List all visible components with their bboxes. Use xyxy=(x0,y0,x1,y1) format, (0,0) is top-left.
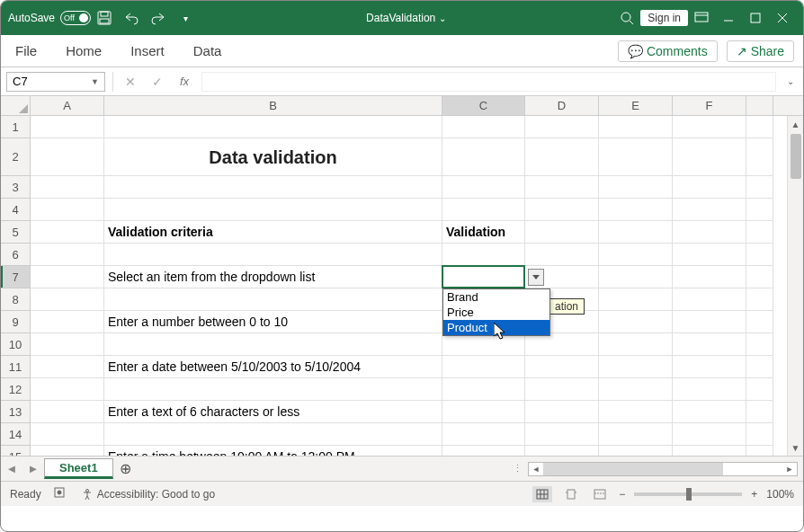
cell-B5[interactable]: Validation criteria xyxy=(104,221,442,244)
view-pagelayout-icon[interactable] xyxy=(561,486,581,502)
svg-point-13 xyxy=(85,489,88,492)
qatoolbar-dropdown-icon[interactable]: ▾ xyxy=(172,4,199,31)
filename[interactable]: DataValidation ⌄ xyxy=(366,12,446,24)
undo-icon[interactable] xyxy=(118,4,145,31)
formula-input[interactable] xyxy=(201,72,776,92)
col-header-B[interactable]: B xyxy=(104,96,442,115)
row-header-9[interactable]: 9 xyxy=(1,311,31,333)
cancel-formula-icon[interactable]: ✕ xyxy=(121,75,140,89)
cell-B7[interactable]: Select an item from the dropdown list xyxy=(104,266,442,288)
zoom-handle[interactable] xyxy=(686,488,692,501)
cell-B2[interactable]: Data validation xyxy=(104,138,442,176)
scroll-up-icon[interactable]: ▲ xyxy=(788,116,803,132)
menu-data[interactable]: Data xyxy=(188,40,228,62)
minimize-button[interactable] xyxy=(715,4,742,31)
svg-rect-8 xyxy=(751,13,760,22)
share-button[interactable]: ↗ Share xyxy=(727,40,794,62)
autosave-toggle[interactable]: Off xyxy=(60,11,91,25)
fx-icon[interactable]: fx xyxy=(174,75,194,88)
zoom-in-button[interactable]: + xyxy=(751,488,757,501)
svg-point-3 xyxy=(621,13,630,22)
col-header-C[interactable]: C xyxy=(442,96,525,115)
tab-split-handle[interactable]: ⋮ xyxy=(507,463,528,474)
cell-B13[interactable]: Enter a text of 6 characters or less xyxy=(104,401,442,423)
col-header-D[interactable]: D xyxy=(525,96,599,115)
title-bar: AutoSave Off ▾ DataValidation ⌄ Sign in xyxy=(1,1,803,35)
sheet-tab-sheet1[interactable]: Sheet1 xyxy=(44,458,113,479)
view-pagebreak-icon[interactable] xyxy=(590,486,610,502)
cell-C5[interactable]: Validation xyxy=(442,221,525,244)
dropdown-option-product[interactable]: Product xyxy=(443,320,549,335)
hscroll-right-icon[interactable]: ► xyxy=(782,465,797,474)
status-bar: Ready Accessibility: Good to go − + 100% xyxy=(1,481,803,506)
menu-file[interactable]: File xyxy=(10,40,42,62)
row-header-4[interactable]: 4 xyxy=(1,199,31,221)
col-header-blank[interactable] xyxy=(746,96,773,115)
enter-formula-icon[interactable]: ✓ xyxy=(147,75,167,89)
dropdown-option-price[interactable]: Price xyxy=(443,305,549,320)
view-normal-icon[interactable] xyxy=(532,486,552,502)
row-header-2[interactable]: 2 xyxy=(1,138,31,176)
select-all-corner[interactable] xyxy=(1,96,31,115)
formula-expand-icon[interactable]: ⌄ xyxy=(783,76,798,86)
cell-B15[interactable]: Enter a time between 10:00 AM to 12:00 P… xyxy=(104,446,442,456)
scroll-down-icon[interactable]: ▼ xyxy=(788,439,803,456)
accessibility-status[interactable]: Accessibility: Good to go xyxy=(81,488,215,501)
close-button[interactable] xyxy=(769,4,796,31)
autosave-label: AutoSave xyxy=(8,12,55,24)
row-header-11[interactable]: 11 xyxy=(1,356,31,378)
search-icon[interactable] xyxy=(613,4,640,31)
comments-button[interactable]: 💬 Comments xyxy=(618,40,718,62)
row-header-13[interactable]: 13 xyxy=(1,401,31,423)
formula-bar: C7 ▼ ✕ ✓ fx ⌄ xyxy=(1,67,803,96)
tab-nav-next-icon[interactable]: ► xyxy=(22,462,44,475)
sheet-tab-bar: ◄ ► Sheet1 ⊕ ⋮ ◄ ► xyxy=(1,456,803,481)
svg-point-12 xyxy=(58,491,61,494)
zoom-level[interactable]: 100% xyxy=(766,488,794,501)
row-header-8[interactable]: 8 xyxy=(1,288,31,311)
horizontal-scrollbar[interactable]: ◄ ► xyxy=(528,462,798,476)
chevron-down-icon: ⌄ xyxy=(439,13,446,23)
redo-icon[interactable] xyxy=(145,4,172,31)
row-header-7[interactable]: 7 xyxy=(1,266,31,288)
row-header-3[interactable]: 3 xyxy=(1,176,31,199)
zoom-out-button[interactable]: − xyxy=(619,488,625,501)
cell-B11[interactable]: Enter a date between 5/10/2003 to 5/10/2… xyxy=(104,356,442,378)
zoom-slider[interactable] xyxy=(634,492,742,496)
validation-tooltip: ation xyxy=(549,298,585,315)
hscroll-left-icon[interactable]: ◄ xyxy=(529,465,543,474)
hscroll-track[interactable] xyxy=(543,463,782,475)
row-header-1[interactable]: 1 xyxy=(1,116,31,138)
row-header-12[interactable]: 12 xyxy=(1,378,31,401)
namebox-dropdown-icon[interactable]: ▼ xyxy=(91,77,99,86)
menu-home[interactable]: Home xyxy=(60,40,107,62)
row-header-14[interactable]: 14 xyxy=(1,423,31,446)
maximize-button[interactable] xyxy=(742,4,769,31)
ribbon-options-icon[interactable] xyxy=(688,4,715,31)
rows: 1 2Data validation 3 4 5Validation crite… xyxy=(1,116,803,456)
signin-button[interactable]: Sign in xyxy=(640,10,688,26)
save-icon[interactable] xyxy=(91,4,118,31)
cell-dropdown-button[interactable] xyxy=(528,269,544,286)
cell-C7[interactable] xyxy=(442,266,525,288)
dropdown-option-brand[interactable]: Brand xyxy=(443,289,549,305)
macro-record-icon[interactable] xyxy=(54,486,68,501)
name-box[interactable]: C7 ▼ xyxy=(6,72,105,92)
autosave-control[interactable]: AutoSave Off xyxy=(8,11,91,25)
row-header-5[interactable]: 5 xyxy=(1,221,31,244)
add-sheet-button[interactable]: ⊕ xyxy=(113,460,138,477)
col-header-A[interactable]: A xyxy=(31,96,104,115)
row-header-6[interactable]: 6 xyxy=(1,244,31,266)
col-header-E[interactable]: E xyxy=(599,96,673,115)
row-header-15[interactable]: 15 xyxy=(1,446,31,456)
svg-rect-1 xyxy=(101,12,108,16)
cell-B9[interactable]: Enter a number between 0 to 10 xyxy=(104,311,442,333)
menu-insert[interactable]: Insert xyxy=(125,40,170,62)
svg-line-4 xyxy=(630,21,633,24)
scroll-thumb[interactable] xyxy=(791,134,801,179)
tab-nav-prev-icon[interactable]: ◄ xyxy=(1,462,22,475)
col-header-F[interactable]: F xyxy=(673,96,746,115)
hscroll-thumb[interactable] xyxy=(543,463,723,475)
row-header-10[interactable]: 10 xyxy=(1,333,31,356)
vertical-scrollbar[interactable]: ▲ ▼ xyxy=(787,116,803,456)
